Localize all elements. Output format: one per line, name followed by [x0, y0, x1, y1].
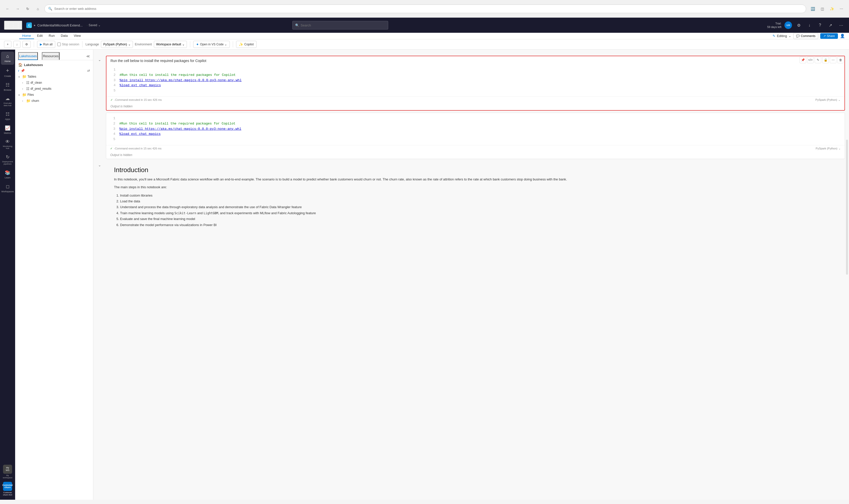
- help-button[interactable]: ?: [816, 21, 824, 29]
- saved-status[interactable]: · Saved ⌄: [87, 23, 101, 27]
- cell-1-body[interactable]: Run the cell below to install the requir…: [106, 56, 845, 111]
- waffle-menu-button[interactable]: ⋮⋮⋮: [4, 21, 22, 30]
- ribbon-bar: Home Edit Run Data View ✎ Editing ⌄ 💬 Co…: [0, 33, 849, 39]
- cell-1-delete-button[interactable]: 🗑: [837, 57, 844, 63]
- sidebar-item-onelake[interactable]: ☁ OneLakedata hub: [1, 94, 14, 109]
- workspaces-icon: ◻: [6, 184, 10, 189]
- panel-collapse-button[interactable]: ≪: [86, 54, 90, 58]
- address-bar[interactable]: 🔍: [45, 4, 806, 13]
- cell-2-body[interactable]: 1 2 #Run this cell to install the requir…: [106, 113, 845, 159]
- app-file-name: Confidential\Microsoft Extend...: [37, 23, 83, 27]
- cell-1-code-button[interactable]: </>: [807, 57, 814, 63]
- copilot-button[interactable]: ✨ Copilot: [236, 41, 256, 48]
- cell-1-footer: ✓ -Command executed in 15 sec 426 ms PyS…: [106, 96, 845, 103]
- refresh-button[interactable]: ↻: [24, 5, 31, 12]
- cell2-line-1: 1: [110, 116, 841, 121]
- tab-edit[interactable]: Edit: [34, 33, 46, 39]
- tab-run[interactable]: Run: [46, 33, 58, 39]
- sidebar-item-metrics[interactable]: 📈 Metrics: [1, 123, 14, 137]
- cell-1-more-button[interactable]: ⋯: [830, 57, 836, 63]
- sidebar-item-deployment[interactable]: ↻ Deploymentpipelines: [1, 152, 14, 167]
- learn-icon: 📚: [5, 170, 10, 175]
- my-workspace-icon: MyWS: [3, 465, 12, 474]
- settings-button[interactable]: ⚙: [795, 21, 802, 29]
- sidebar-item-customer-churn[interactable]: Customerchurn Customerchurn-513: [1, 480, 14, 498]
- sidebar-item-browse[interactable]: ☷ Browse: [1, 80, 14, 93]
- sidebar-item-workspaces[interactable]: ◻ Workspaces: [1, 182, 14, 195]
- cell-2-code[interactable]: 1 2 #Run this cell to install the requir…: [106, 113, 845, 145]
- extensions-icon[interactable]: 🆕: [809, 5, 816, 12]
- back-button[interactable]: ←: [4, 5, 11, 12]
- comments-button[interactable]: 💬 Comments: [793, 33, 818, 39]
- tab-data[interactable]: Data: [58, 33, 71, 39]
- sidebar-item-apps[interactable]: ☷ Apps: [1, 109, 14, 123]
- lakehouse-pin-button[interactable]: 📌: [21, 69, 25, 73]
- header-search-input[interactable]: [301, 23, 385, 27]
- panel-tab-lakehouses[interactable]: Lakehouses: [18, 52, 38, 60]
- forward-button[interactable]: →: [14, 5, 21, 12]
- chevron-df-pred-icon: ›: [22, 87, 25, 90]
- more-button[interactable]: ⋯: [837, 21, 845, 29]
- cell-1-collapse-button[interactable]: ⌄: [98, 58, 101, 62]
- tree-item-churn[interactable]: › 📁 churn: [15, 98, 93, 104]
- tree-item-files[interactable]: ∨ 📁 Files: [15, 92, 93, 98]
- stop-session-checkbox[interactable]: [57, 42, 61, 46]
- app-header-right: Trial: 59 days left 125 ⚙ ↓ ? ↗ ⋯: [767, 21, 845, 29]
- add-lakehouse-button[interactable]: r: [18, 69, 19, 73]
- cell-1-edit-button[interactable]: ✎: [815, 57, 821, 63]
- code-line-2: 2 #Run this cell to install the required…: [110, 73, 841, 78]
- cell-2-output-hidden: Output is hidden: [106, 152, 845, 159]
- cell-1-title: Run the cell below to install the requir…: [106, 56, 845, 64]
- notebook-scrollbar[interactable]: [846, 140, 848, 275]
- code-line-1: 1: [110, 67, 841, 73]
- download-button[interactable]: ↓: [805, 21, 813, 29]
- sidebar-item-learn[interactable]: 📚 Learn: [1, 168, 14, 181]
- open-vs-code-button[interactable]: ✦ Open in VS Code ⌄: [193, 41, 230, 48]
- sidebar-item-monitoring[interactable]: 👁 Monitoringhub: [1, 137, 14, 152]
- intro-text-cell: Introduction In this notebook, you'll se…: [106, 161, 845, 233]
- sidebar-item-create[interactable]: + Create: [1, 65, 14, 79]
- cell-1-toolbar: 📌 </> ✎ 🔒 ⋯ 🗑: [800, 57, 844, 63]
- sidebar-item-myworkspace[interactable]: MyWS Myworkspace: [1, 463, 14, 481]
- split-screen-icon[interactable]: ◫: [819, 5, 826, 12]
- language-label: Language: [86, 42, 99, 46]
- churn-folder-icon: 📁: [26, 99, 31, 103]
- tab-view[interactable]: View: [71, 33, 84, 39]
- share-icon-button[interactable]: ↗: [827, 21, 834, 29]
- cell-1-code[interactable]: 1 2 #Run this cell to install the requir…: [106, 64, 845, 96]
- editing-badge[interactable]: ✎ Editing ⌄: [773, 34, 791, 38]
- share-button[interactable]: ↗ Share: [820, 33, 838, 39]
- intro-collapse-button[interactable]: ⌄: [98, 163, 101, 167]
- home-button[interactable]: ⌂: [34, 5, 41, 12]
- notebook-area[interactable]: ⌄ Run the cell below to install the requ…: [93, 50, 849, 500]
- person-icon-button[interactable]: 👤: [840, 34, 845, 38]
- user-avatar[interactable]: 125: [784, 21, 792, 29]
- add-cell-button[interactable]: +: [4, 41, 11, 48]
- sidebar-item-home[interactable]: ⌂ Home: [1, 52, 14, 65]
- chevron-lang2-icon: ⌄: [838, 147, 841, 150]
- chevron-churn-icon: ›: [22, 100, 25, 102]
- settings-notebook-button[interactable]: ⚙: [22, 41, 31, 48]
- chevron-down-icon: ⌄: [128, 42, 131, 46]
- tab-home[interactable]: Home: [19, 33, 34, 39]
- tree-item-df-clean[interactable]: › ☷ df_clean: [15, 79, 93, 86]
- environment-select[interactable]: Workspace default ⌄: [154, 41, 187, 48]
- run-all-button[interactable]: ▶ Run all: [37, 41, 55, 48]
- nav-bottom: MyWS Myworkspace Customerchurn Customerc…: [1, 463, 14, 498]
- panel-tab-resources[interactable]: Resources: [42, 52, 59, 60]
- trial-badge: Trial: 59 days left: [767, 22, 781, 29]
- language-select[interactable]: PySpark (Python) ⌄: [101, 41, 133, 48]
- ribbon-tabs: Home Edit Run Data View: [19, 33, 84, 39]
- cell-1-lock-button[interactable]: 🔒: [822, 57, 829, 63]
- cell-1-pin-button[interactable]: 📌: [800, 57, 806, 63]
- intro-cell-gutter: ⌄: [93, 161, 106, 233]
- cell-2-footer: ✓ -Command executed in 15 sec 426 ms PyS…: [106, 145, 845, 152]
- more-icon[interactable]: ⋯: [838, 5, 845, 12]
- lakehouse-swap-button[interactable]: ⇄: [87, 69, 90, 73]
- tree-item-tables[interactable]: ∨ 📁 Tables: [15, 74, 93, 79]
- tree-item-df-pred[interactable]: › ☷ df_pred_results: [15, 86, 93, 92]
- header-search[interactable]: 🔍: [292, 21, 388, 30]
- copilot-icon[interactable]: ✨: [828, 5, 835, 12]
- address-input[interactable]: [54, 7, 802, 11]
- download-notebook-button[interactable]: ↓: [13, 41, 20, 48]
